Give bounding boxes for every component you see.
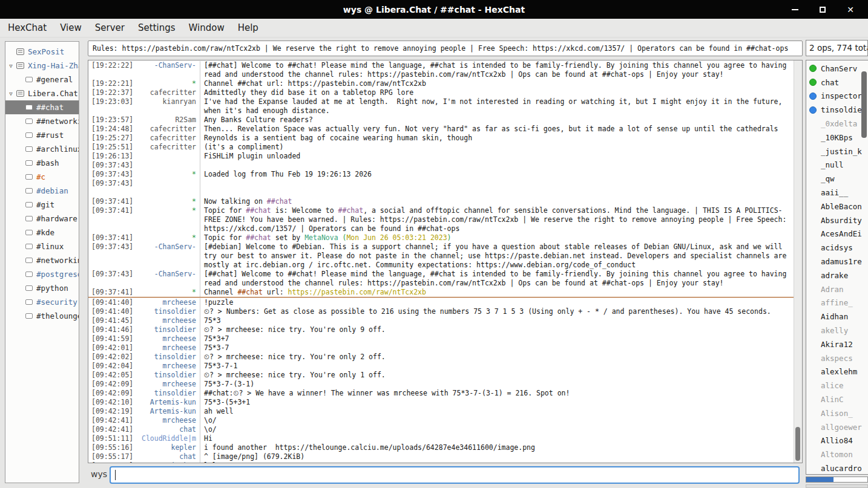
user-list-item[interactable]: Alison_: [806, 406, 868, 420]
nick[interactable]: tinsoldier: [133, 325, 196, 334]
chat-line: [19:23:03]kianryanI've had the Expanse l…: [88, 97, 794, 115]
nick[interactable]: kepler: [133, 443, 196, 452]
user-list-item[interactable]: alice: [806, 379, 868, 392]
nick[interactable]: -ChanServ-: [133, 270, 196, 288]
nick[interactable]: chat: [133, 452, 196, 461]
user-list-item[interactable]: Absurdity: [806, 213, 868, 227]
tree-channel-postgresql[interactable]: #postgresql: [5, 267, 79, 281]
user-list-item[interactable]: _justin_k: [806, 145, 868, 158]
tree-channel-archlinux[interactable]: #archlinux: [5, 142, 79, 156]
nick[interactable]: tinsoldier: [133, 353, 196, 362]
menu-server[interactable]: Server: [88, 19, 131, 37]
maximize-button[interactable]: [809, 0, 837, 19]
tree-channel-linux[interactable]: #linux: [5, 239, 79, 253]
user-list-item[interactable]: aaii__: [806, 186, 868, 200]
close-button[interactable]: ✕: [837, 0, 864, 19]
user-list-item[interactable]: AbleBacon: [806, 200, 868, 213]
tree-channel-c[interactable]: #c: [5, 170, 79, 184]
user-list-item[interactable]: Allio84: [806, 434, 868, 448]
userlist-scrollbar[interactable]: [860, 62, 868, 473]
tree-channel-security[interactable]: #security: [5, 295, 79, 309]
nick[interactable]: Artemis-kun: [133, 407, 196, 416]
menu-hexchat[interactable]: HexChat: [1, 19, 53, 37]
user-list-item[interactable]: AlinC: [806, 392, 868, 406]
tree-channel-git[interactable]: #git: [5, 198, 79, 212]
chat-scrollbar[interactable]: [794, 60, 802, 463]
nick[interactable]: mrcheese: [133, 316, 196, 325]
message-input[interactable]: [110, 466, 800, 484]
nick[interactable]: Artemis-kun: [133, 461, 196, 463]
user-list-item[interactable]: akspecs: [806, 351, 868, 365]
message-text: I've had the Expanse lauded at me at len…: [200, 97, 794, 115]
nick[interactable]: mrcheese: [133, 343, 196, 353]
user-list-item[interactable]: _null: [806, 158, 868, 172]
nick[interactable]: -ChanServ-: [133, 242, 196, 270]
tree-network-sexposit[interactable]: SexPosit: [5, 45, 79, 59]
menu-view[interactable]: View: [53, 19, 88, 37]
timestamp: [09:42:04]: [88, 362, 133, 371]
nick-button[interactable]: wys: [91, 469, 107, 479]
chat-scrollbar-thumb[interactable]: [795, 427, 800, 461]
user-list-item[interactable]: Adran: [806, 282, 868, 296]
nick[interactable]: CloudRiddle|m: [133, 434, 196, 443]
tree-channel-thelounge[interactable]: #thelounge: [5, 309, 79, 323]
menu-settings[interactable]: Settings: [131, 19, 182, 37]
user-list-item[interactable]: Aidhan: [806, 310, 868, 324]
nick[interactable]: cafecritter: [133, 88, 196, 97]
nick[interactable]: mrcheese: [133, 362, 196, 371]
tree-channel-python[interactable]: #python: [5, 281, 79, 295]
tree-channel-kde[interactable]: #kde: [5, 226, 79, 239]
menu-help[interactable]: Help: [231, 19, 265, 37]
user-list-item[interactable]: acidsys: [806, 241, 868, 255]
nick[interactable]: tinsoldier: [133, 389, 196, 398]
tree-channel-chat[interactable]: ##chat: [5, 100, 79, 114]
nick[interactable]: mrcheese: [133, 416, 196, 425]
minimize-button[interactable]: [781, 0, 809, 19]
tree-network-libera.chat[interactable]: ▽Libera.Chat: [5, 86, 79, 100]
expander-triangle-icon[interactable]: ▽: [5, 63, 16, 69]
tree-channel-debian[interactable]: #debian: [5, 184, 79, 198]
user-list-item[interactable]: _qw: [806, 172, 868, 186]
nick[interactable]: tinsoldier: [133, 307, 196, 316]
tree-channel-bash[interactable]: #bash: [5, 156, 79, 170]
nick[interactable]: kianryan: [133, 97, 196, 115]
tree-channel-rust[interactable]: ##rust: [5, 128, 79, 142]
nick[interactable]: -ChanServ-: [133, 61, 196, 79]
user-list-item[interactable]: akelly: [806, 324, 868, 337]
nick[interactable]: cafecritter: [133, 143, 196, 152]
nick[interactable]: mrcheese: [133, 334, 196, 343]
nick[interactable]: mrcheese: [133, 298, 196, 307]
nick[interactable]: R2Sam: [133, 115, 196, 125]
nick[interactable]: mrcheese: [133, 380, 196, 389]
user-list-item[interactable]: Altomon: [806, 447, 868, 461]
user-list-item[interactable]: Akira12: [806, 337, 868, 351]
user-list-item[interactable]: _0xdelta: [806, 117, 868, 131]
user-list-item[interactable]: chat: [806, 76, 868, 89]
user-list-item[interactable]: alexlehm: [806, 365, 868, 379]
nick[interactable]: Artemis-kun: [133, 398, 196, 407]
user-list-item[interactable]: allgoewer: [806, 420, 868, 434]
nick[interactable]: chat: [133, 425, 196, 434]
user-list-item[interactable]: AcesAndEi: [806, 227, 868, 241]
topic-bar[interactable]: Rules: https://pastebin.com/raw/ntTcx2xb…: [88, 41, 803, 56]
user-list-item[interactable]: affine_: [806, 296, 868, 310]
tree-channel-hardware[interactable]: #hardware: [5, 212, 79, 226]
user-list-item[interactable]: inspector: [806, 89, 868, 103]
user-list-item[interactable]: alucardro: [806, 461, 868, 475]
tree-network-xing-hai-zhang[interactable]: ▽Xing-Hai-Zhang: [5, 59, 79, 73]
tree-channel-networking[interactable]: ##networking: [5, 114, 79, 128]
tree-channel-networking[interactable]: #networking: [5, 253, 79, 267]
nick[interactable]: cafecritter: [133, 134, 196, 143]
user-list-item[interactable]: adamus1re: [806, 255, 868, 268]
userlist-scrollbar-thumb[interactable]: [861, 71, 867, 138]
user-list-item[interactable]: tinsoldier: [806, 103, 868, 117]
user-list-item[interactable]: adrake: [806, 268, 868, 282]
user-list-item[interactable]: ChanServ: [806, 62, 868, 76]
tree-channel-general[interactable]: #general: [5, 73, 79, 86]
nick[interactable]: tinsoldier: [133, 371, 196, 380]
nick[interactable]: cafecritter: [133, 125, 196, 134]
menu-window[interactable]: Window: [182, 19, 231, 37]
timestamp: [19:23:03]: [88, 97, 133, 115]
expander-triangle-icon[interactable]: ▽: [5, 91, 16, 97]
user-list-item[interactable]: _10KBps: [806, 131, 868, 145]
